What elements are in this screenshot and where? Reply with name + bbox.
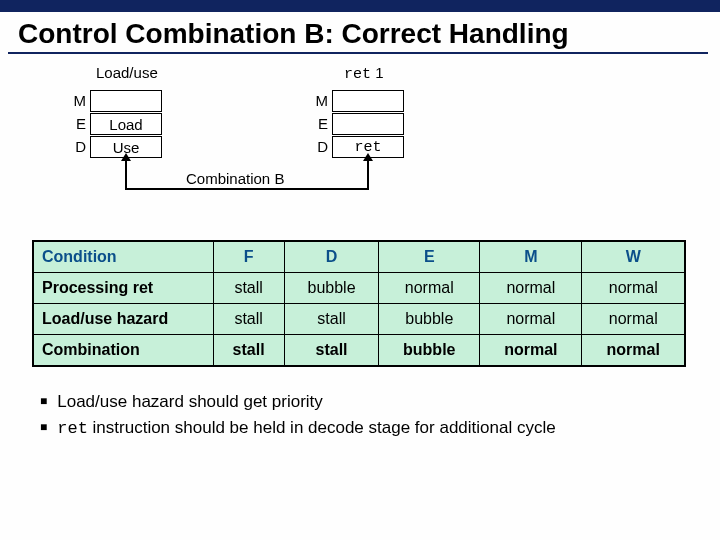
table-row: Load/use hazard stall stall bubble norma…: [33, 304, 685, 335]
cell: bubble: [379, 335, 480, 367]
table-header-row: Condition F D E M W: [33, 241, 685, 273]
right-stage-e: E: [310, 115, 328, 132]
cell-condition: Processing ret: [33, 273, 213, 304]
header-e: E: [379, 241, 480, 273]
cell-condition: Load/use hazard: [33, 304, 213, 335]
right-m-box: [332, 90, 404, 112]
ret-code: ret: [57, 419, 88, 438]
cell: normal: [582, 335, 685, 367]
header-d: D: [284, 241, 379, 273]
bullet-list: ■ Load/use hazard should get priority ■ …: [40, 389, 720, 443]
combination-b-label: Combination B: [186, 170, 284, 187]
left-m-box: [90, 90, 162, 112]
bullet-rest: instruction should be held in decode sta…: [88, 418, 556, 437]
right-stage-m: M: [310, 92, 328, 109]
bullet-text: ret instruction should be held in decode…: [57, 415, 555, 442]
table-row: Combination stall stall bubble normal no…: [33, 335, 685, 367]
cell: normal: [480, 273, 582, 304]
bullet-square-icon: ■: [40, 415, 47, 442]
hazard-table: Condition F D E M W Processing ret stall…: [32, 240, 686, 367]
header-f: F: [213, 241, 284, 273]
left-diagram-heading: Load/use: [96, 64, 158, 81]
cell: stall: [284, 304, 379, 335]
header-condition: Condition: [33, 241, 213, 273]
pipeline-diagrams: Load/use ret 1 M E D Load Use M E D ret …: [0, 60, 720, 240]
left-e-box: Load: [90, 113, 162, 135]
cell: normal: [480, 304, 582, 335]
cell: normal: [379, 273, 480, 304]
right-diagram-heading: ret 1: [344, 64, 384, 83]
right-stage-d: D: [310, 138, 328, 155]
bullet-item: ■ Load/use hazard should get priority: [40, 389, 720, 415]
slide-top-bar: [0, 0, 720, 12]
cell: stall: [213, 335, 284, 367]
header-w: W: [582, 241, 685, 273]
title-underline: [8, 52, 708, 54]
left-stage-m: M: [68, 92, 86, 109]
left-arrow: [125, 160, 127, 188]
slide-title: Control Combination B: Correct Handling: [18, 18, 720, 50]
bullet-square-icon: ■: [40, 389, 47, 415]
cell: bubble: [379, 304, 480, 335]
left-stage-d: D: [68, 138, 86, 155]
left-stage-e: E: [68, 115, 86, 132]
cell: normal: [480, 335, 582, 367]
cell: normal: [582, 304, 685, 335]
ret-suffix: 1: [371, 64, 384, 81]
table-row: Processing ret stall bubble normal norma…: [33, 273, 685, 304]
cell: normal: [582, 273, 685, 304]
arrow-connector: [125, 188, 369, 190]
ret-text: ret: [344, 66, 371, 83]
cell: stall: [213, 304, 284, 335]
right-e-box: [332, 113, 404, 135]
bullet-item: ■ ret instruction should be held in deco…: [40, 415, 720, 442]
cell-condition: Combination: [33, 335, 213, 367]
right-arrow: [367, 160, 369, 188]
bullet-text: Load/use hazard should get priority: [57, 389, 323, 415]
cell: stall: [213, 273, 284, 304]
cell: bubble: [284, 273, 379, 304]
header-m: M: [480, 241, 582, 273]
cell: stall: [284, 335, 379, 367]
